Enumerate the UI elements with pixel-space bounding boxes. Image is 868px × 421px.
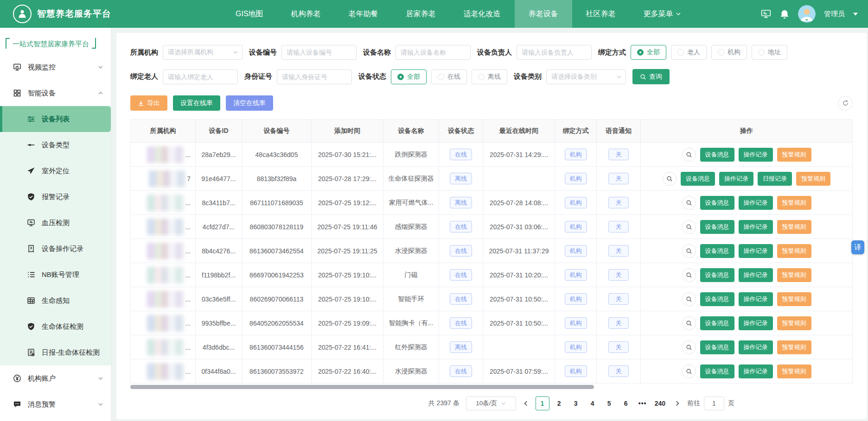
row-search-button[interactable] [682,364,696,378]
row-action-button[interactable]: 操作记录 [719,172,753,186]
row-action-button[interactable]: 预警规则 [777,244,811,258]
chevron-down-icon[interactable] [853,13,858,16]
device-owner-input[interactable] [517,45,592,60]
sidebar-item[interactable]: 智能设备 [0,80,111,106]
row-search-button[interactable] [663,172,677,186]
export-button[interactable]: 导出 [130,95,167,111]
page-number[interactable]: 6 [619,396,633,410]
sidebar-subitem[interactable]: 设备操作记录 [0,236,111,262]
sidebar-subitem[interactable]: 室外定位 [0,158,111,184]
row-action-button[interactable]: 操作记录 [739,196,773,210]
device-no-input[interactable] [281,45,357,60]
nav-item[interactable]: 居家养老 [392,0,450,28]
row-action-button[interactable]: 设备消息 [700,316,734,330]
row-action-button[interactable]: 操作记录 [739,244,773,258]
row-action-button[interactable]: 预警规则 [777,268,811,282]
row-action-button[interactable]: 操作记录 [739,292,773,306]
bind-elder-input[interactable] [163,69,238,84]
row-action-button[interactable]: 预警规则 [777,364,811,378]
device-name-input[interactable] [396,45,471,60]
row-action-button[interactable]: 操作记录 [739,148,773,162]
sidebar-subitem[interactable]: 设备列表 [0,106,111,132]
row-action-button[interactable]: 预警规则 [777,196,811,210]
sidebar-item[interactable]: 视频监控 [0,54,111,80]
row-action-button[interactable]: 设备消息 [700,196,734,210]
row-search-button[interactable] [682,220,696,234]
row-search-button[interactable] [682,292,696,306]
device-status-option[interactable]: 离线 [472,69,507,84]
set-online-rate-button[interactable]: 设置在线率 [173,95,220,111]
user-name[interactable]: 管理员 [824,10,845,19]
nav-item[interactable]: GIS地图 [222,0,277,28]
sidebar-subitem[interactable]: 报警记录 [0,184,111,210]
row-search-button[interactable] [682,148,696,162]
bell-icon[interactable] [779,9,790,19]
bind-mode-option[interactable]: 老人 [671,45,707,60]
page-number[interactable]: 1 [536,396,549,410]
sidebar-subitem[interactable]: 生命感知 [0,288,111,314]
row-action-button[interactable]: 设备消息 [700,148,734,162]
row-action-button[interactable]: 操作记录 [739,220,773,234]
device-status-option[interactable]: 全部 [391,69,427,84]
row-search-button[interactable] [682,244,696,258]
avatar[interactable] [798,5,816,23]
row-action-button[interactable]: 预警规则 [777,316,811,330]
device-type-select[interactable]: 请选择设备类别 [546,69,626,84]
row-action-button[interactable]: 日报记录 [758,172,792,186]
page-number[interactable]: 4 [586,396,600,410]
bind-mode-option[interactable]: 全部 [631,45,666,60]
row-action-button[interactable]: 设备消息 [681,172,715,186]
sidebar-subitem[interactable]: 血压检测 [0,210,111,236]
nav-item[interactable]: 更多菜单 [630,0,695,28]
org-select[interactable]: 请选择所属机构 [163,45,243,60]
sidebar-subitem[interactable]: NB账号管理 [0,262,111,288]
row-search-button[interactable] [682,340,696,354]
row-action-button[interactable]: 操作记录 [739,364,773,378]
device-status-option[interactable]: 在线 [431,69,467,84]
search-button[interactable]: 查询 [632,69,670,84]
next-page-button[interactable] [674,400,681,407]
row-action-button[interactable]: 设备消息 [700,244,734,258]
nav-item[interactable]: 适老化改造 [450,0,515,28]
clear-online-rate-button[interactable]: 清空在线率 [226,95,273,111]
id-card-input[interactable] [277,69,352,84]
page-number[interactable]: 3 [569,396,583,410]
page-size-select[interactable]: 10条/页 [466,396,516,410]
prev-page-button[interactable] [523,400,529,407]
nav-item[interactable]: 机构养老 [277,0,335,28]
bind-mode-option[interactable]: 机构 [711,45,747,60]
page-number[interactable]: 2 [552,396,566,410]
row-action-button[interactable]: 操作记录 [739,268,773,282]
sidebar-item[interactable]: 机构账户 [0,365,111,391]
row-search-button[interactable] [682,316,696,330]
table-horizontal-scrollbar[interactable] [130,385,594,389]
nav-item[interactable]: 养老设备 [515,0,572,28]
row-action-button[interactable]: 设备消息 [700,364,734,378]
row-action-button[interactable]: 设备消息 [700,292,734,306]
row-action-button[interactable]: 操作记录 [739,340,773,354]
data-screen-icon[interactable] [761,9,771,19]
nav-item[interactable]: 社区养老 [572,0,630,28]
row-action-button[interactable]: 操作记录 [739,316,773,330]
sidebar-subitem[interactable]: 生命体征检测 [0,314,111,339]
row-action-button[interactable]: 设备消息 [700,268,734,282]
row-action-button[interactable]: 预警规则 [777,220,811,234]
refresh-button[interactable] [838,96,853,111]
sidebar-subitem[interactable]: 设备类型 [0,132,111,158]
row-action-button[interactable]: 设备消息 [700,340,734,354]
sidebar-subitem[interactable]: 日报-生命体征检测 [0,339,111,365]
row-action-button[interactable]: 设备消息 [700,220,734,234]
row-action-button[interactable]: 预警规则 [777,340,811,354]
page-number[interactable]: 240 [652,396,668,410]
row-action-button[interactable]: 预警规则 [796,172,830,186]
sidebar-item[interactable]: 消息预警 [0,391,111,417]
row-search-button[interactable] [682,196,696,210]
row-action-button[interactable]: 预警规则 [777,148,811,162]
bind-mode-option[interactable]: 地址 [752,45,787,60]
nav-item[interactable]: 老年助餐 [335,0,392,28]
translate-fab[interactable]: 译 [851,240,864,254]
page-number[interactable]: 5 [602,396,616,410]
row-action-button[interactable]: 预警规则 [777,292,811,306]
page-jump-input[interactable] [704,396,724,410]
row-search-button[interactable] [682,268,696,282]
